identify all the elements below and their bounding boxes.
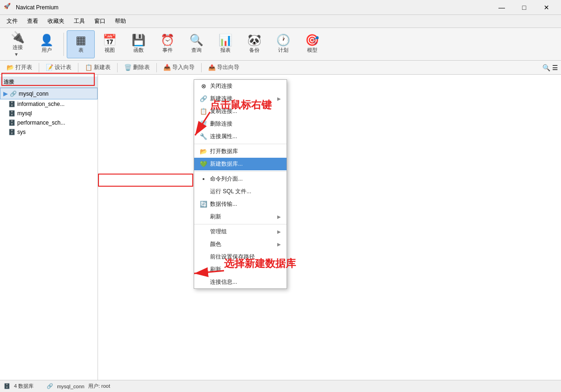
ctx-item-refresh2[interactable]: 刷新 bbox=[194, 263, 287, 276]
ctx-item-manage-group[interactable]: 管理组▶ bbox=[194, 225, 287, 238]
menu-item-文件[interactable]: 文件 bbox=[2, 15, 22, 27]
close-button[interactable]: ✕ bbox=[536, 0, 557, 15]
close-conn-ctx-icon: ⊗ bbox=[200, 83, 207, 90]
ctx-item-refresh[interactable]: 刷新▶ bbox=[194, 210, 287, 223]
toolbar-btn-model[interactable]: 🎯模型 bbox=[298, 30, 326, 58]
conn-prop-ctx-label: 连接属性... bbox=[210, 133, 281, 140]
toolbar-btn-event[interactable]: ⏰事件 bbox=[154, 30, 182, 58]
search-icon[interactable]: 🔍 bbox=[542, 64, 550, 71]
action-bar: 📂打开表📝设计表📋新建表🗑️删除表📥导入向导📤导出向导🔍☰ bbox=[0, 61, 561, 75]
model-toolbar-label: 模型 bbox=[307, 47, 317, 54]
connection-expand-icon: ▶ bbox=[3, 90, 8, 97]
toolbar-btn-table[interactable]: ▦表 bbox=[67, 30, 95, 58]
db-name-2: mysql bbox=[17, 110, 32, 117]
main-area: 连接 ▶ 🔗 mysql_conn 🗄️ information_sche...… bbox=[0, 75, 561, 380]
function-toolbar-icon: 💾 bbox=[132, 35, 146, 46]
menu-item-查看[interactable]: 查看 bbox=[22, 15, 43, 27]
report-toolbar-icon: 📊 bbox=[218, 35, 232, 46]
connection-icon: 🔗 bbox=[10, 91, 17, 97]
db-name-3: performance_sch... bbox=[17, 119, 65, 126]
toolbar-btn-schedule[interactable]: 🕐计划 bbox=[269, 30, 297, 58]
menu-item-窗口[interactable]: 窗口 bbox=[90, 15, 110, 27]
action-btn-export[interactable]: 📤导出向导 bbox=[204, 62, 243, 73]
action-sep-5 bbox=[201, 63, 202, 72]
cmd-ctx-label: 命令列介面... bbox=[210, 175, 281, 183]
ctx-item-set-save-path[interactable]: 前往设置保存路径 bbox=[194, 251, 287, 263]
action-btn-delete[interactable]: 🗑️删除表 bbox=[120, 62, 154, 73]
open-db-ctx-label: 打开数据库 bbox=[210, 147, 281, 155]
connect-toolbar-icon: 🔌 bbox=[11, 32, 25, 43]
ctx-item-copy-conn[interactable]: 📋复制连接... bbox=[194, 105, 287, 118]
action-btn-new-table[interactable]: 📋新建表 bbox=[81, 62, 114, 73]
sidebar-db-information[interactable]: 🗄️ information_sche... bbox=[0, 99, 98, 109]
ctx-item-data-transfer[interactable]: 🔄数据传输... bbox=[194, 198, 287, 210]
status-db-count: 4 数据库 bbox=[14, 383, 34, 390]
table-toolbar-label: 表 bbox=[78, 47, 84, 54]
view-toolbar-icon: 📅 bbox=[103, 35, 117, 46]
ctx-item-new-db[interactable]: 💚新建数据库... bbox=[194, 158, 287, 170]
minimize-button[interactable]: — bbox=[491, 0, 512, 15]
copy-conn-ctx-label: 复制连接... bbox=[210, 107, 281, 115]
open-action-label: 打开表 bbox=[15, 63, 32, 71]
ctx-item-new-conn[interactable]: 🔗新建连接▶ bbox=[194, 92, 287, 105]
filter-icon[interactable]: ☰ bbox=[552, 64, 558, 71]
ctx-item-conn-info[interactable]: 连接信息... bbox=[194, 276, 287, 288]
ctx-item-run-sql[interactable]: 运行 SQL 文件... bbox=[194, 185, 287, 198]
toolbar-btn-view[interactable]: 📅视图 bbox=[96, 30, 124, 58]
table-toolbar-icon: ▦ bbox=[76, 35, 86, 46]
action-btn-open[interactable]: 📂打开表 bbox=[3, 62, 36, 73]
toolbar-btn-backup[interactable]: 🐼备份 bbox=[240, 30, 268, 58]
title-bar: 🚀 Navicat Premium — □ ✕ bbox=[0, 0, 561, 15]
sidebar-connection[interactable]: ▶ 🔗 mysql_conn bbox=[0, 88, 98, 99]
db-name-1: information_sche... bbox=[17, 101, 64, 107]
connection-name: mysql_conn bbox=[19, 91, 49, 97]
new-conn-ctx-label: 新建连接 bbox=[210, 95, 274, 103]
refresh-ctx-arrow: ▶ bbox=[277, 214, 281, 219]
export-action-icon: 📤 bbox=[208, 64, 216, 71]
ctx-item-color[interactable]: 颜色▶ bbox=[194, 238, 287, 251]
status-bar: 🗄️ 4 数据库 🔗 mysql_conn 用户: root bbox=[0, 380, 561, 392]
ctx-item-open-db[interactable]: 📂打开数据库 bbox=[194, 145, 287, 158]
menu-item-收藏夹[interactable]: 收藏夹 bbox=[43, 15, 69, 27]
action-btn-design[interactable]: 📝设计表 bbox=[42, 62, 75, 73]
ctx-item-close-conn[interactable]: ⊗关闭连接 bbox=[194, 80, 287, 92]
action-sep-4 bbox=[156, 63, 157, 72]
action-btn-import[interactable]: 📥导入向导 bbox=[160, 62, 198, 73]
run-sql-ctx-label: 运行 SQL 文件... bbox=[210, 188, 281, 196]
data-transfer-ctx-label: 数据传输... bbox=[210, 200, 281, 208]
backup-toolbar-label: 备份 bbox=[249, 47, 259, 54]
query-toolbar-label: 查询 bbox=[191, 47, 202, 54]
copy-conn-ctx-icon: 📋 bbox=[200, 108, 207, 115]
connect-dropdown-arrow[interactable]: ▼ bbox=[14, 52, 19, 57]
toolbar-btn-query[interactable]: 🔍查询 bbox=[182, 30, 210, 58]
sidebar-db-mysql[interactable]: 🗄️ mysql bbox=[0, 109, 98, 118]
menu-item-工具[interactable]: 工具 bbox=[69, 15, 90, 27]
db-icon-3: 🗄️ bbox=[8, 119, 15, 126]
sidebar-db-performance[interactable]: 🗄️ performance_sch... bbox=[0, 118, 98, 127]
maximize-button[interactable]: □ bbox=[513, 0, 535, 15]
event-toolbar-icon: ⏰ bbox=[161, 35, 175, 46]
ctx-item-conn-prop[interactable]: 🔧连接属性... bbox=[194, 130, 287, 143]
status-db-icon: 🗄️ bbox=[4, 383, 10, 389]
design-action-label: 设计表 bbox=[55, 63, 71, 71]
refresh-ctx-label: 刷新 bbox=[210, 213, 274, 221]
menu-item-帮助[interactable]: 帮助 bbox=[110, 15, 131, 27]
action-search-area: 🔍☰ bbox=[542, 64, 558, 71]
toolbar-btn-function[interactable]: 💾函数 bbox=[125, 30, 153, 58]
sidebar-db-sys[interactable]: 🗄️ sys bbox=[0, 127, 98, 137]
user-toolbar-label: 用户 bbox=[42, 47, 52, 54]
toolbar-btn-report[interactable]: 📊报表 bbox=[211, 30, 239, 58]
toolbar-btn-user[interactable]: 👤用户 bbox=[33, 30, 61, 58]
delete-conn-ctx-icon: 🗑️ bbox=[200, 120, 207, 127]
export-action-label: 导出向导 bbox=[217, 63, 239, 71]
ctx-item-cmd[interactable]: ▪命令列介面... bbox=[194, 173, 287, 185]
toolbar-btn-connect[interactable]: 🔌连接▼ bbox=[4, 30, 32, 58]
new-conn-ctx-arrow: ▶ bbox=[277, 96, 281, 101]
color-ctx-label: 颜色 bbox=[210, 240, 274, 248]
ctx-item-delete-conn[interactable]: 🗑️删除连接 bbox=[194, 118, 287, 130]
delete-action-label: 删除表 bbox=[133, 63, 150, 71]
manage-group-ctx-label: 管理组 bbox=[210, 228, 274, 236]
db-name-4: sys bbox=[17, 129, 26, 135]
new-conn-ctx-icon: 🔗 bbox=[200, 95, 207, 102]
import-action-label: 导入向导 bbox=[172, 63, 195, 71]
